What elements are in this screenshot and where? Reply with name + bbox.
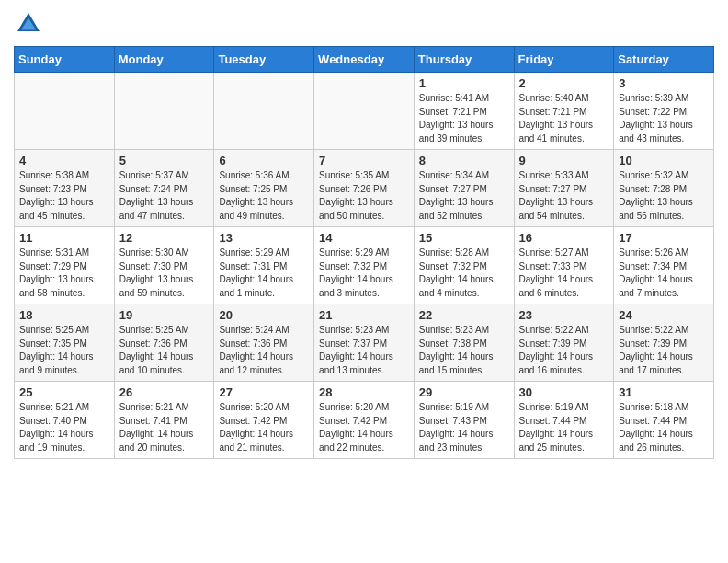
calendar-cell: 12Sunrise: 5:30 AM Sunset: 7:30 PM Dayli… bbox=[114, 227, 214, 304]
day-number: 31 bbox=[619, 385, 709, 399]
day-number: 27 bbox=[219, 385, 309, 399]
calendar-cell: 14Sunrise: 5:29 AM Sunset: 7:32 PM Dayli… bbox=[314, 227, 415, 304]
calendar-cell: 8Sunrise: 5:34 AM Sunset: 7:27 PM Daylig… bbox=[414, 150, 514, 227]
day-number: 30 bbox=[519, 385, 609, 399]
calendar-cell: 9Sunrise: 5:33 AM Sunset: 7:27 PM Daylig… bbox=[514, 150, 614, 227]
day-number: 24 bbox=[619, 308, 709, 322]
day-number: 23 bbox=[519, 308, 609, 322]
calendar-cell: 22Sunrise: 5:23 AM Sunset: 7:38 PM Dayli… bbox=[414, 304, 514, 382]
day-number: 29 bbox=[419, 385, 509, 399]
day-info: Sunrise: 5:21 AM Sunset: 7:40 PM Dayligh… bbox=[19, 401, 109, 454]
day-number: 6 bbox=[219, 154, 309, 167]
weekday-header-row: SundayMondayTuesdayWednesdayThursdayFrid… bbox=[15, 47, 714, 73]
day-number: 8 bbox=[419, 154, 509, 167]
logo-icon bbox=[14, 9, 43, 39]
day-number: 3 bbox=[619, 76, 709, 90]
day-info: Sunrise: 5:36 AM Sunset: 7:25 PM Dayligh… bbox=[219, 169, 309, 223]
calendar-cell bbox=[114, 73, 214, 150]
calendar-cell: 29Sunrise: 5:19 AM Sunset: 7:43 PM Dayli… bbox=[414, 382, 514, 459]
day-info: Sunrise: 5:26 AM Sunset: 7:34 PM Dayligh… bbox=[619, 247, 709, 300]
weekday-header-monday: Monday bbox=[114, 47, 214, 73]
day-info: Sunrise: 5:35 AM Sunset: 7:26 PM Dayligh… bbox=[319, 169, 409, 223]
week-row-3: 11Sunrise: 5:31 AM Sunset: 7:29 PM Dayli… bbox=[15, 227, 714, 304]
day-info: Sunrise: 5:19 AM Sunset: 7:44 PM Dayligh… bbox=[519, 401, 609, 454]
calendar-cell: 16Sunrise: 5:27 AM Sunset: 7:33 PM Dayli… bbox=[514, 227, 614, 304]
day-info: Sunrise: 5:21 AM Sunset: 7:41 PM Dayligh… bbox=[119, 401, 210, 454]
day-info: Sunrise: 5:38 AM Sunset: 7:23 PM Dayligh… bbox=[19, 169, 109, 223]
day-number: 26 bbox=[119, 385, 210, 399]
day-number: 4 bbox=[19, 154, 109, 167]
calendar-cell: 20Sunrise: 5:24 AM Sunset: 7:36 PM Dayli… bbox=[214, 304, 314, 382]
day-number: 15 bbox=[419, 231, 509, 245]
day-number: 7 bbox=[319, 154, 409, 167]
weekday-header-thursday: Thursday bbox=[414, 47, 514, 73]
day-info: Sunrise: 5:18 AM Sunset: 7:44 PM Dayligh… bbox=[619, 401, 709, 454]
day-info: Sunrise: 5:23 AM Sunset: 7:38 PM Dayligh… bbox=[419, 324, 509, 377]
day-number: 21 bbox=[319, 308, 409, 322]
calendar-cell: 1Sunrise: 5:41 AM Sunset: 7:21 PM Daylig… bbox=[414, 73, 514, 150]
calendar-table: SundayMondayTuesdayWednesdayThursdayFrid… bbox=[14, 46, 714, 459]
day-number: 11 bbox=[19, 231, 109, 245]
day-info: Sunrise: 5:24 AM Sunset: 7:36 PM Dayligh… bbox=[219, 324, 309, 377]
day-info: Sunrise: 5:23 AM Sunset: 7:37 PM Dayligh… bbox=[319, 324, 409, 377]
day-number: 14 bbox=[319, 231, 409, 245]
week-row-2: 4Sunrise: 5:38 AM Sunset: 7:23 PM Daylig… bbox=[15, 150, 714, 227]
day-info: Sunrise: 5:27 AM Sunset: 7:33 PM Dayligh… bbox=[519, 247, 609, 300]
day-info: Sunrise: 5:20 AM Sunset: 7:42 PM Dayligh… bbox=[219, 401, 309, 454]
day-info: Sunrise: 5:37 AM Sunset: 7:24 PM Dayligh… bbox=[119, 169, 210, 223]
calendar-cell: 30Sunrise: 5:19 AM Sunset: 7:44 PM Dayli… bbox=[514, 382, 614, 459]
calendar-cell: 5Sunrise: 5:37 AM Sunset: 7:24 PM Daylig… bbox=[114, 150, 214, 227]
calendar-cell bbox=[314, 73, 415, 150]
page-container: SundayMondayTuesdayWednesdayThursdayFrid… bbox=[0, 0, 728, 468]
day-info: Sunrise: 5:29 AM Sunset: 7:31 PM Dayligh… bbox=[219, 247, 309, 300]
day-number: 16 bbox=[519, 231, 609, 245]
day-info: Sunrise: 5:31 AM Sunset: 7:29 PM Dayligh… bbox=[19, 247, 109, 300]
day-info: Sunrise: 5:32 AM Sunset: 7:28 PM Dayligh… bbox=[619, 169, 709, 223]
day-info: Sunrise: 5:28 AM Sunset: 7:32 PM Dayligh… bbox=[419, 247, 509, 300]
calendar-cell: 10Sunrise: 5:32 AM Sunset: 7:28 PM Dayli… bbox=[614, 150, 714, 227]
week-row-5: 25Sunrise: 5:21 AM Sunset: 7:40 PM Dayli… bbox=[15, 382, 714, 459]
weekday-header-wednesday: Wednesday bbox=[314, 47, 415, 73]
day-number: 28 bbox=[319, 385, 409, 399]
day-number: 5 bbox=[119, 154, 210, 167]
day-number: 17 bbox=[619, 231, 709, 245]
calendar-cell: 17Sunrise: 5:26 AM Sunset: 7:34 PM Dayli… bbox=[614, 227, 714, 304]
day-number: 20 bbox=[219, 308, 309, 322]
day-info: Sunrise: 5:22 AM Sunset: 7:39 PM Dayligh… bbox=[519, 324, 609, 377]
day-info: Sunrise: 5:30 AM Sunset: 7:30 PM Dayligh… bbox=[119, 247, 210, 300]
calendar-cell: 6Sunrise: 5:36 AM Sunset: 7:25 PM Daylig… bbox=[214, 150, 314, 227]
calendar-cell: 21Sunrise: 5:23 AM Sunset: 7:37 PM Dayli… bbox=[314, 304, 415, 382]
calendar-cell: 25Sunrise: 5:21 AM Sunset: 7:40 PM Dayli… bbox=[15, 382, 115, 459]
calendar-cell: 18Sunrise: 5:25 AM Sunset: 7:35 PM Dayli… bbox=[15, 304, 115, 382]
week-row-1: 1Sunrise: 5:41 AM Sunset: 7:21 PM Daylig… bbox=[15, 73, 714, 150]
calendar-cell: 23Sunrise: 5:22 AM Sunset: 7:39 PM Dayli… bbox=[514, 304, 614, 382]
weekday-header-friday: Friday bbox=[514, 47, 614, 73]
calendar-cell: 11Sunrise: 5:31 AM Sunset: 7:29 PM Dayli… bbox=[15, 227, 115, 304]
day-number: 1 bbox=[419, 76, 509, 90]
day-number: 22 bbox=[419, 308, 509, 322]
day-info: Sunrise: 5:22 AM Sunset: 7:39 PM Dayligh… bbox=[619, 324, 709, 377]
day-number: 25 bbox=[19, 385, 109, 399]
day-number: 19 bbox=[119, 308, 210, 322]
day-info: Sunrise: 5:33 AM Sunset: 7:27 PM Dayligh… bbox=[519, 169, 609, 223]
calendar-cell: 4Sunrise: 5:38 AM Sunset: 7:23 PM Daylig… bbox=[15, 150, 115, 227]
logo bbox=[14, 9, 47, 39]
day-info: Sunrise: 5:29 AM Sunset: 7:32 PM Dayligh… bbox=[319, 247, 409, 300]
calendar-cell: 31Sunrise: 5:18 AM Sunset: 7:44 PM Dayli… bbox=[614, 382, 714, 459]
day-info: Sunrise: 5:25 AM Sunset: 7:35 PM Dayligh… bbox=[19, 324, 109, 377]
day-info: Sunrise: 5:25 AM Sunset: 7:36 PM Dayligh… bbox=[119, 324, 210, 377]
calendar-cell: 26Sunrise: 5:21 AM Sunset: 7:41 PM Dayli… bbox=[114, 382, 214, 459]
calendar-cell: 15Sunrise: 5:28 AM Sunset: 7:32 PM Dayli… bbox=[414, 227, 514, 304]
week-row-4: 18Sunrise: 5:25 AM Sunset: 7:35 PM Dayli… bbox=[15, 304, 714, 382]
calendar-cell bbox=[214, 73, 314, 150]
day-info: Sunrise: 5:20 AM Sunset: 7:42 PM Dayligh… bbox=[319, 401, 409, 454]
calendar-cell: 3Sunrise: 5:39 AM Sunset: 7:22 PM Daylig… bbox=[614, 73, 714, 150]
day-number: 18 bbox=[19, 308, 109, 322]
calendar-cell: 28Sunrise: 5:20 AM Sunset: 7:42 PM Dayli… bbox=[314, 382, 415, 459]
weekday-header-saturday: Saturday bbox=[614, 47, 714, 73]
day-info: Sunrise: 5:39 AM Sunset: 7:22 PM Dayligh… bbox=[619, 92, 709, 145]
calendar-cell bbox=[15, 73, 115, 150]
calendar-cell: 19Sunrise: 5:25 AM Sunset: 7:36 PM Dayli… bbox=[114, 304, 214, 382]
day-number: 13 bbox=[219, 231, 309, 245]
day-number: 10 bbox=[619, 154, 709, 167]
